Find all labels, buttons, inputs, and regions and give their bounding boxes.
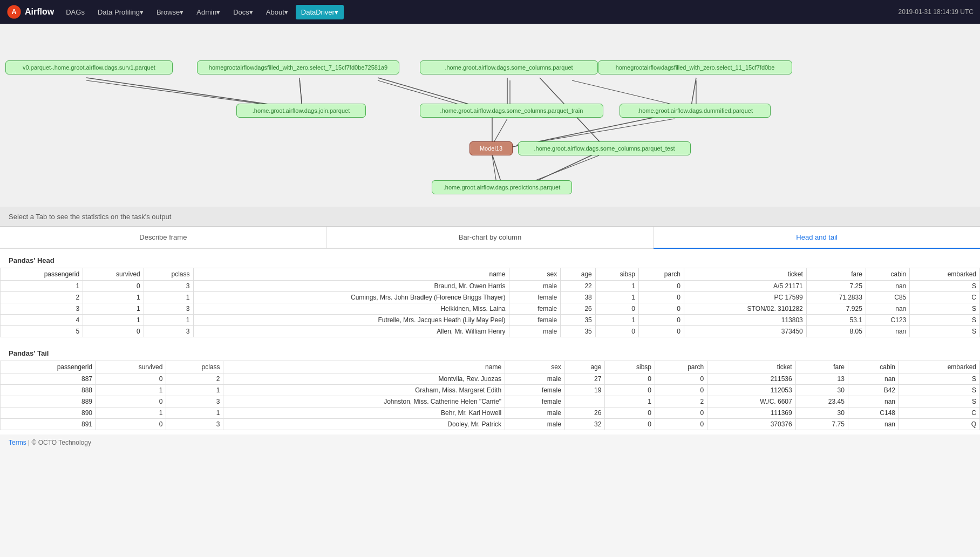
nav-datadriver[interactable]: DataDriver▾ <box>296 5 344 19</box>
tail-cell-0-5: 27 <box>564 373 605 385</box>
head-cell-3-11: S <box>910 315 980 326</box>
head-col-fare: fare <box>806 268 866 281</box>
tail-col-embarked: embarked <box>899 361 979 373</box>
tail-cell-2-2: 3 <box>166 396 223 407</box>
dag-node-n2[interactable]: homegrootairflowdagsfilled_with_zero.sel… <box>197 60 399 74</box>
tail-col-parch: parch <box>655 361 707 373</box>
svg-line-20 <box>492 155 496 183</box>
head-cell-1-7: 0 <box>638 292 684 303</box>
head-cell-4-2: 3 <box>144 326 193 337</box>
tail-cell-1-7: 0 <box>655 385 707 396</box>
brand: A Airflow <box>6 4 54 19</box>
tab-head-tail[interactable]: Head and tail <box>654 227 980 249</box>
tail-table: passengeridsurvivedpclassnamesexagesibsp… <box>0 361 980 430</box>
tail-cell-1-2: 1 <box>166 385 223 396</box>
head-cell-4-1: 0 <box>83 326 144 337</box>
tail-cell-3-3: Behr, Mr. Karl Howell <box>223 407 505 419</box>
head-cell-1-8: PC 17599 <box>684 292 806 303</box>
tail-header-row: passengeridsurvivedpclassnamesexagesibsp… <box>1 361 980 373</box>
head-label: Pandas' Head <box>0 253 980 268</box>
tail-cell-4-1: 0 <box>96 419 166 430</box>
tail-cell-2-7: 2 <box>655 396 707 407</box>
tail-cell-0-4: male <box>505 373 565 385</box>
tail-row: 88811Graham, Miss. Margaret Edithfemale1… <box>1 385 980 396</box>
nav-dags[interactable]: DAGs <box>60 5 90 19</box>
tail-col-name: name <box>223 361 505 373</box>
tail-cell-0-7: 0 <box>655 373 707 385</box>
tail-cell-2-0: 889 <box>1 396 96 407</box>
head-cell-0-11: S <box>910 281 980 292</box>
dag-node-n6[interactable]: .home.groot.airflow.dags.some_columns.pa… <box>420 104 603 118</box>
tail-cell-0-10: nan <box>848 373 899 385</box>
tail-cell-4-2: 3 <box>166 419 223 430</box>
head-cell-0-5: 22 <box>561 281 596 292</box>
tail-cell-1-4: female <box>505 385 565 396</box>
nav-data-profiling[interactable]: Data Profiling▾ <box>92 5 149 19</box>
head-cell-2-3: Heikkinen, Miss. Laina <box>193 303 509 315</box>
head-cell-4-8: 373450 <box>684 326 806 337</box>
head-col-ticket: ticket <box>684 268 806 281</box>
tail-table-body: 88702Montvila, Rev. Juozasmale2700211536… <box>1 373 980 430</box>
tail-cell-0-0: 887 <box>1 373 96 385</box>
tail-row: 89103Dooley, Mr. Patrickmale32003703767.… <box>1 419 980 430</box>
head-cell-4-10: nan <box>866 326 909 337</box>
head-cell-0-6: 1 <box>595 281 638 292</box>
tail-row: 88903Johnston, Miss. Catherine Helen "Ca… <box>1 396 980 407</box>
tail-cell-1-9: 30 <box>795 385 848 396</box>
footer-terms-link[interactable]: Terms <box>9 439 26 446</box>
head-cell-4-4: male <box>509 326 561 337</box>
tail-cell-2-8: W./C. 6607 <box>707 396 795 407</box>
tail-cell-1-8: 112053 <box>707 385 795 396</box>
head-cell-3-1: 1 <box>83 315 144 326</box>
tail-col-sibsp: sibsp <box>605 361 655 373</box>
tail-cell-2-10: nan <box>848 396 899 407</box>
tab-describe-frame[interactable]: Describe frame <box>0 227 327 248</box>
dag-node-n7[interactable]: .home.groot.airflow.dags.dummified.parqu… <box>620 104 771 118</box>
head-cell-0-2: 3 <box>144 281 193 292</box>
head-cell-1-0: 2 <box>1 292 83 303</box>
dag-node-n5[interactable]: .home.groot.airflow.dags.join.parquet <box>236 104 366 118</box>
tail-cell-0-6: 0 <box>605 373 655 385</box>
tail-col-cabin: cabin <box>848 361 899 373</box>
nav-browse[interactable]: Browse▾ <box>151 5 189 19</box>
head-cell-3-7: 0 <box>638 315 684 326</box>
head-cell-1-5: 38 <box>561 292 596 303</box>
head-cell-1-6: 1 <box>595 292 638 303</box>
head-header-row: passengeridsurvivedpclassnamesexagesibsp… <box>1 268 980 281</box>
head-cell-2-9: 7.925 <box>806 303 866 315</box>
dag-node-n3[interactable]: .home.groot.airflow.dags.some_columns.pa… <box>420 60 598 74</box>
tail-row: 88702Montvila, Rev. Juozasmale2700211536… <box>1 373 980 385</box>
nav-docs[interactable]: Docs▾ <box>228 5 258 19</box>
footer: Terms | © OCTO Technology <box>0 434 980 451</box>
tail-cell-4-5: 32 <box>564 419 605 430</box>
tail-cell-2-6: 1 <box>605 396 655 407</box>
head-cell-2-5: 26 <box>561 303 596 315</box>
head-cell-0-3: Braund, Mr. Owen Harris <box>193 281 509 292</box>
head-cell-1-4: female <box>509 292 561 303</box>
tail-cell-1-3: Graham, Miss. Margaret Edith <box>223 385 505 396</box>
footer-copyright: © OCTO Technology <box>31 439 91 446</box>
tail-col-fare: fare <box>795 361 848 373</box>
head-col-sex: sex <box>509 268 561 281</box>
dag-node-n8[interactable]: Model13 <box>469 141 513 155</box>
tail-col-ticket: ticket <box>707 361 795 373</box>
head-cell-2-7: 0 <box>638 303 684 315</box>
tail-cell-2-4: female <box>505 396 565 407</box>
tail-col-age: age <box>564 361 605 373</box>
nav-about[interactable]: About▾ <box>261 5 294 19</box>
dag-node-n10[interactable]: .home.groot.airflow.dags.predictions.par… <box>432 180 572 194</box>
airflow-logo: A <box>6 4 22 19</box>
dag-node-n9[interactable]: .home.groot.airflow.dags.some_columns.pa… <box>518 141 691 155</box>
head-cell-2-4: female <box>509 303 561 315</box>
head-cell-1-3: Cumings, Mrs. John Bradley (Florence Bri… <box>193 292 509 303</box>
head-cell-0-10: nan <box>866 281 909 292</box>
tail-cell-1-10: B42 <box>848 385 899 396</box>
tail-cell-1-1: 1 <box>96 385 166 396</box>
tail-cell-4-9: 7.75 <box>795 419 848 430</box>
dag-node-n1[interactable]: v0.parquet-.home.groot.airflow.dags.surv… <box>5 60 173 74</box>
tail-cell-3-10: C148 <box>848 407 899 419</box>
tab-bar-chart[interactable]: Bar-chart by column <box>327 227 654 248</box>
dag-node-n4[interactable]: homegrootairflowdagsfilled_with_zero.sel… <box>598 60 792 74</box>
head-cell-1-10: C85 <box>866 292 909 303</box>
nav-admin[interactable]: Admin▾ <box>191 5 226 19</box>
